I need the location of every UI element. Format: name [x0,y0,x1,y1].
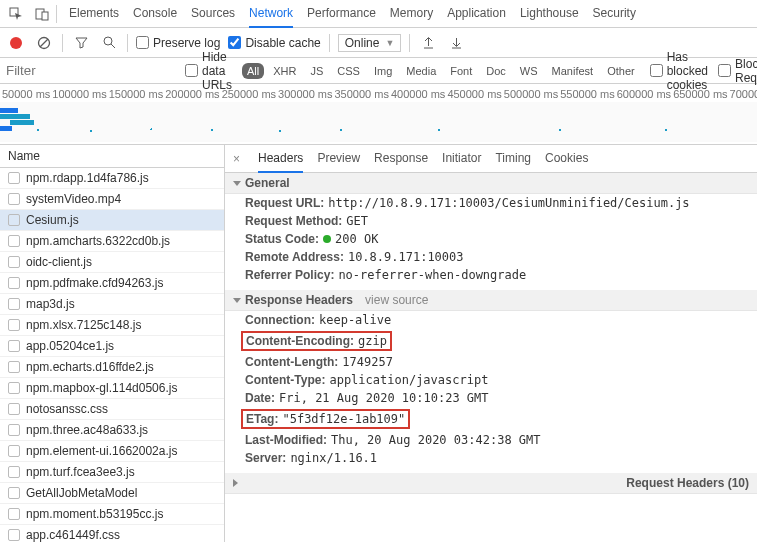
type-filter-css[interactable]: CSS [332,63,365,79]
file-icon [8,235,20,247]
header-row: Request URL:http://10.8.9.171:10003/Cesi… [225,194,757,212]
panel-tab-elements[interactable]: Elements [69,0,119,28]
timeline-overview[interactable]: 50000 ms100000 ms150000 ms200000 ms25000… [0,84,757,145]
header-row: Status Code:200 OK [225,230,757,248]
request-name: npm.moment.b53195cc.js [26,507,163,521]
detail-tab-preview[interactable]: Preview [317,145,360,173]
header-key: Date: [245,391,275,405]
request-row[interactable]: notosanssc.css [0,399,224,420]
close-detail-icon[interactable]: × [229,152,244,166]
request-name: Cesium.js [26,213,79,227]
disable-cache-checkbox[interactable]: Disable cache [228,36,320,50]
request-row[interactable]: npm.moment.b53195cc.js [0,504,224,525]
header-value: application/javascript [329,373,488,387]
request-row[interactable]: GetAllJobMetaModel [0,483,224,504]
header-value: keep-alive [319,313,391,327]
request-row[interactable]: npm.amcharts.6322cd0b.js [0,231,224,252]
request-row[interactable]: npm.three.ac48a633.js [0,420,224,441]
request-row[interactable]: npm.xlsx.7125c148.js [0,315,224,336]
detail-body: General Request URL:http://10.8.9.171:10… [225,173,757,542]
request-name: oidc-client.js [26,255,92,269]
panel-tab-security[interactable]: Security [593,0,636,28]
request-name: npm.pdfmake.cfd94263.js [26,276,163,290]
panel-tab-lighthouse[interactable]: Lighthouse [520,0,579,28]
response-headers-section-header[interactable]: Response Headersview source [225,290,757,311]
header-key: Content-Length: [245,355,338,369]
filter-bar: Hide data URLs AllXHRJSCSSImgMediaFontDo… [0,58,757,84]
preserve-log-checkbox[interactable]: Preserve log [136,36,220,50]
timeline-tick: 400000 ms [389,88,445,100]
panel-tab-console[interactable]: Console [133,0,177,28]
request-headers-section-header[interactable]: Request Headers (10) [225,473,757,494]
type-filter-all[interactable]: All [242,63,264,79]
type-filter-doc[interactable]: Doc [481,63,511,79]
request-row[interactable]: npm.element-ui.1662002a.js [0,441,224,462]
svg-line-4 [40,39,48,47]
request-row[interactable]: map3d.js [0,294,224,315]
header-value: http://10.8.9.171:10003/CesiumUnminified… [328,196,689,210]
request-row[interactable]: app.c461449f.css [0,525,224,542]
view-source-link[interactable]: view source [365,293,428,307]
detail-tab-headers[interactable]: Headers [258,145,303,173]
general-title: General [245,176,290,190]
detail-tab-initiator[interactable]: Initiator [442,145,481,173]
throttling-select[interactable]: Online▼ [338,34,402,52]
panel-tab-network[interactable]: Network [249,0,293,28]
hide-data-urls-checkbox[interactable]: Hide data URLs [185,50,232,92]
type-filter-ws[interactable]: WS [515,63,543,79]
type-filter-js[interactable]: JS [305,63,328,79]
request-row[interactable]: npm.pdfmake.cfd94263.js [0,273,224,294]
request-name: app.05204ce1.js [26,339,114,353]
file-icon [8,193,20,205]
request-name: npm.turf.fcea3ee3.js [26,465,135,479]
throttling-value: Online [345,36,380,50]
detail-tab-timing[interactable]: Timing [495,145,531,173]
timeline-tick: 350000 ms [333,88,389,100]
panel-tab-application[interactable]: Application [447,0,506,28]
request-row[interactable]: npm.echarts.d16ffde2.js [0,357,224,378]
type-filter-xhr[interactable]: XHR [268,63,301,79]
header-key: Last-Modified: [245,433,327,447]
request-row[interactable]: Cesium.js [0,210,224,231]
filter-icon[interactable] [71,33,91,53]
type-filter-font[interactable]: Font [445,63,477,79]
type-filter-media[interactable]: Media [401,63,441,79]
header-row: Content-Encoding:gzip [241,331,392,351]
type-filter-other[interactable]: Other [602,63,640,79]
record-button[interactable] [6,33,26,53]
timeline-tick: 200000 ms [163,88,219,100]
detail-tab-response[interactable]: Response [374,145,428,173]
header-key: Content-Type: [245,373,325,387]
panel-tab-sources[interactable]: Sources [191,0,235,28]
request-name: npm.xlsx.7125c148.js [26,318,141,332]
search-icon[interactable] [99,33,119,53]
upload-har-icon[interactable] [418,33,438,53]
hide-data-urls-label: Hide data URLs [202,50,232,92]
panel-tab-performance[interactable]: Performance [307,0,376,28]
panel-tabs: ElementsConsoleSourcesNetworkPerformance… [59,0,753,28]
name-column-header[interactable]: Name [0,145,224,168]
filter-input[interactable] [6,63,175,78]
clear-button[interactable] [34,33,54,53]
download-har-icon[interactable] [446,33,466,53]
inspect-element-icon[interactable] [4,3,28,25]
request-row[interactable]: systemVideo.mp4 [0,189,224,210]
request-row[interactable]: npm.rdapp.1d4fa786.js [0,168,224,189]
has-blocked-cookies-checkbox[interactable]: Has blocked cookies [650,50,708,92]
request-list-panel: Name npm.rdapp.1d4fa786.jssystemVideo.mp… [0,145,225,542]
svg-rect-2 [42,12,48,20]
detail-panel: × HeadersPreviewResponseInitiatorTimingC… [225,145,757,542]
type-filter-img[interactable]: Img [369,63,397,79]
file-icon [8,298,20,310]
device-toggle-icon[interactable] [30,3,54,25]
timeline-tick: 250000 ms [220,88,276,100]
request-row[interactable]: app.05204ce1.js [0,336,224,357]
panel-tab-memory[interactable]: Memory [390,0,433,28]
blocked-requests-checkbox[interactable]: Blocked Requests [718,57,757,85]
type-filter-manifest[interactable]: Manifest [547,63,599,79]
request-row[interactable]: npm.turf.fcea3ee3.js [0,462,224,483]
detail-tab-cookies[interactable]: Cookies [545,145,588,173]
request-row[interactable]: npm.mapbox-gl.114d0506.js [0,378,224,399]
request-row[interactable]: oidc-client.js [0,252,224,273]
general-section-header[interactable]: General [225,173,757,194]
